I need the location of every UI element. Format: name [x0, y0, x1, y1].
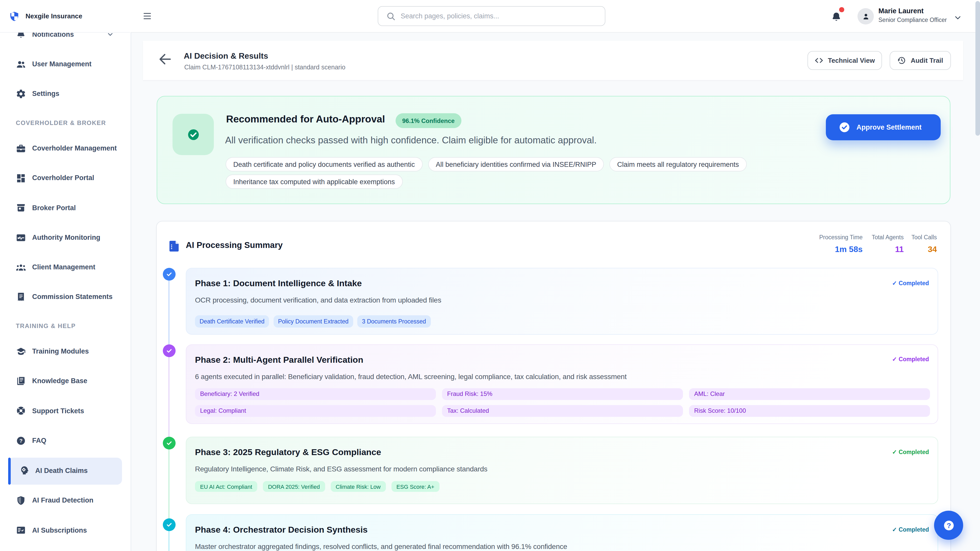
svg-text:?: ? — [946, 521, 951, 529]
svg-text:?: ? — [19, 437, 23, 443]
